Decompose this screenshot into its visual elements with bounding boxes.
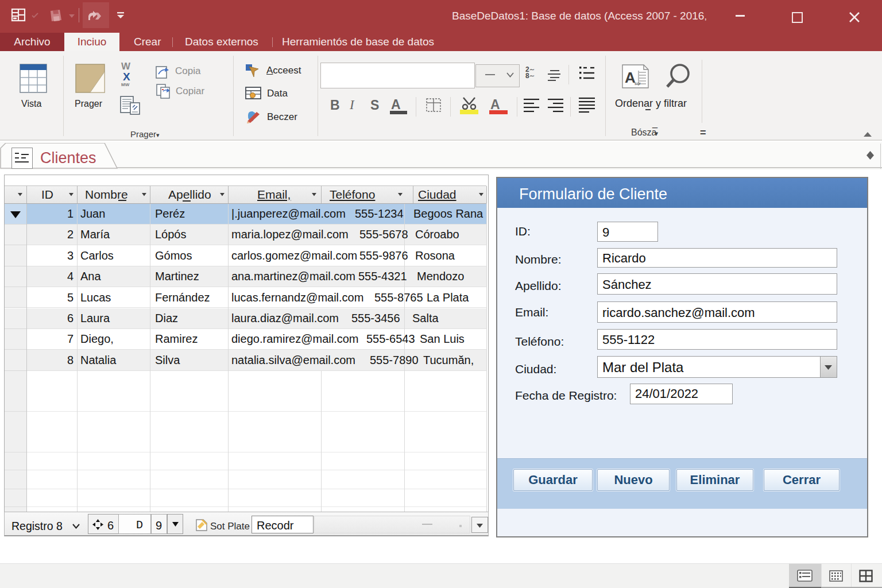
svg-text:scr: scr xyxy=(635,81,641,86)
